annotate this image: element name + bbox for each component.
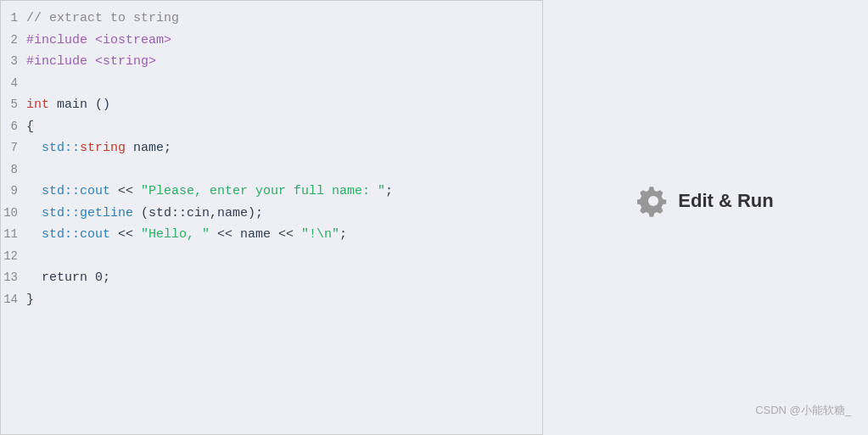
line-content: { <box>26 116 542 138</box>
line-content: #include <string> <box>26 51 542 73</box>
gear-icon <box>637 185 669 217</box>
code-line: 6{ <box>1 116 542 138</box>
code-line: 14} <box>1 289 542 311</box>
line-number: 5 <box>1 95 26 115</box>
line-content <box>26 246 542 268</box>
line-number: 11 <box>1 225 26 245</box>
code-line: 4 <box>1 73 542 95</box>
line-number: 1 <box>1 8 26 29</box>
line-number: 8 <box>1 160 26 181</box>
line-content: std::cout << "Hello, " << name << "!\n"; <box>26 224 542 246</box>
line-number: 4 <box>1 74 26 94</box>
code-panel: 1// extract to string2#include <iostream… <box>0 0 543 435</box>
code-line: 9 std::cout << "Please, enter your full … <box>1 181 542 203</box>
line-number: 14 <box>1 290 26 310</box>
code-line: 3#include <string> <box>1 51 542 73</box>
line-number: 10 <box>1 204 26 224</box>
code-line: 12 <box>1 246 542 268</box>
code-line: 1// extract to string <box>1 8 542 30</box>
right-panel: Edit & Run CSDN @小能软糖_ <box>543 0 868 435</box>
line-number: 9 <box>1 181 26 202</box>
line-number: 13 <box>1 268 26 288</box>
line-content: #include <iostream> <box>26 30 542 52</box>
line-content: std::cout << "Please, enter your full na… <box>26 181 542 203</box>
line-content: int main () <box>26 94 542 116</box>
line-content: } <box>26 289 542 311</box>
code-line: 5int main () <box>1 94 542 116</box>
code-line: 8 <box>1 159 542 181</box>
svg-point-0 <box>648 195 658 205</box>
watermark: CSDN @小能软糖_ <box>755 403 851 418</box>
line-number: 12 <box>1 247 26 267</box>
line-content: return 0; <box>26 267 542 289</box>
main-container: 1// extract to string2#include <iostream… <box>0 0 868 435</box>
line-content: std::getline (std::cin,name); <box>26 203 542 225</box>
line-content <box>26 73 542 95</box>
code-line: 7 std::string name; <box>1 137 542 159</box>
line-content: // extract to string <box>26 8 542 30</box>
line-number: 3 <box>1 52 26 72</box>
edit-run-button[interactable]: Edit & Run <box>637 185 773 217</box>
line-number: 6 <box>1 117 26 137</box>
code-line: 2#include <iostream> <box>1 30 542 52</box>
line-number: 7 <box>1 138 26 159</box>
line-content <box>26 159 542 181</box>
code-line: 10 std::getline (std::cin,name); <box>1 203 542 225</box>
line-number: 2 <box>1 31 26 51</box>
edit-run-label: Edit & Run <box>678 190 773 212</box>
line-content: std::string name; <box>26 137 542 159</box>
code-line: 13 return 0; <box>1 267 542 289</box>
code-line: 11 std::cout << "Hello, " << name << "!\… <box>1 224 542 246</box>
